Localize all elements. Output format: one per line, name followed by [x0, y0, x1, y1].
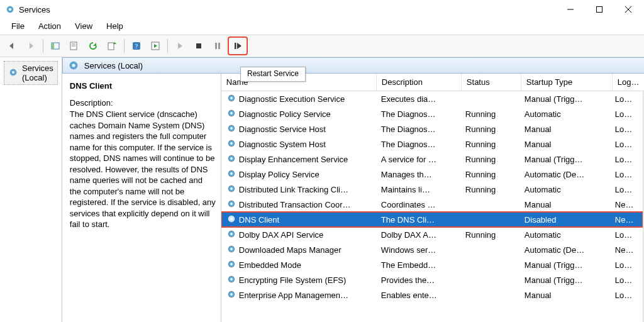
menu-action[interactable]: Action — [32, 20, 67, 32]
minimize-button[interactable] — [556, 0, 585, 19]
service-desc: The DNS Cli… — [376, 215, 460, 225]
maximize-button[interactable] — [585, 0, 614, 19]
gear-icon — [226, 153, 236, 165]
service-status: Running — [460, 230, 519, 240]
gear-icon — [226, 259, 236, 271]
service-name: Diagnostic Policy Service — [239, 109, 331, 119]
close-button[interactable] — [614, 0, 643, 19]
gear-icon — [68, 60, 79, 71]
svg-rect-11 — [108, 43, 114, 50]
refresh-button[interactable] — [84, 38, 102, 54]
gear-icon — [226, 138, 236, 150]
selected-service-name: DNS Client — [70, 81, 216, 91]
col-status[interactable]: Status — [462, 74, 521, 91]
menu-view[interactable]: View — [69, 20, 99, 32]
col-logon[interactable]: Log On As — [613, 74, 644, 91]
svg-point-24 — [230, 97, 233, 99]
svg-rect-18 — [235, 43, 236, 49]
gear-icon — [226, 184, 236, 196]
tree-item-services-local[interactable]: Services (Local) — [4, 61, 58, 85]
svg-point-42 — [230, 233, 233, 235]
table-row[interactable]: Diagnostic System HostThe Diagnos…Runnin… — [221, 136, 643, 152]
service-startup: Automatic — [519, 109, 610, 119]
svg-point-20 — [12, 71, 14, 74]
table-row[interactable]: Distributed Transaction Coor…Coordinates… — [221, 197, 643, 212]
service-startup: Manual (Trigg… — [519, 94, 610, 104]
svg-point-40 — [230, 218, 233, 220]
tree-item-label: Services (Local) — [22, 64, 53, 82]
gear-icon — [226, 108, 236, 120]
col-startup[interactable]: Startup Type — [521, 74, 613, 91]
table-row[interactable]: Display Policy ServiceManages th…Running… — [221, 167, 643, 182]
service-name: DNS Client — [239, 215, 279, 225]
svg-point-50 — [230, 293, 233, 296]
gear-icon — [226, 123, 236, 135]
service-logon: Lo… — [610, 275, 643, 285]
gear-icon — [226, 274, 236, 286]
table-row[interactable]: DNS ClientThe DNS Cli…DisabledNe… — [221, 212, 643, 227]
svg-point-22 — [72, 64, 75, 67]
service-rows: Diagnostic Execution ServiceExecutes dia… — [221, 91, 643, 322]
svg-point-44 — [230, 248, 233, 250]
gear-icon — [226, 93, 236, 105]
svg-point-48 — [230, 278, 233, 280]
stop-service-button[interactable] — [190, 38, 208, 54]
table-row[interactable]: Embedded ModeThe Embedd…Manual (Trigg…Lo… — [221, 257, 643, 272]
help-button[interactable]: ? — [128, 38, 145, 54]
service-desc: The Diagnos… — [376, 125, 460, 134]
table-row[interactable]: Distributed Link Tracking Cli…Maintains … — [221, 182, 643, 197]
svg-rect-17 — [218, 43, 220, 49]
service-logon: Lo… — [610, 260, 643, 270]
export-list-button[interactable] — [103, 38, 121, 54]
pause-service-button[interactable] — [209, 38, 226, 54]
services-list: Name Description Status Startup Type Log… — [221, 74, 644, 322]
description-pane: DNS Client Description: The DNS Client s… — [62, 74, 221, 322]
service-desc: The Diagnos… — [376, 109, 460, 119]
service-desc: Windows ser… — [376, 245, 460, 255]
table-row[interactable]: Diagnostic Policy ServiceThe Diagnos…Run… — [221, 106, 643, 121]
service-desc: Coordinates … — [376, 200, 460, 209]
table-row[interactable]: Diagnostic Execution ServiceExecutes dia… — [221, 91, 643, 106]
service-logon: Lo… — [610, 291, 643, 300]
service-desc: Enables ente… — [376, 291, 460, 300]
action-button[interactable] — [147, 38, 164, 54]
service-startup: Manual — [519, 291, 610, 300]
show-hide-tree-button[interactable] — [47, 38, 64, 54]
menu-help[interactable]: Help — [100, 20, 130, 32]
table-row[interactable]: Dolby DAX API ServiceDolby DAX A…Running… — [221, 227, 643, 242]
svg-point-30 — [230, 142, 233, 145]
table-row[interactable]: Downloaded Maps ManagerWindows ser…Autom… — [221, 242, 643, 257]
service-startup: Disabled — [519, 215, 610, 225]
app-gear-icon — [5, 4, 15, 14]
col-description[interactable]: Description — [377, 74, 462, 91]
description-text: The DNS Client service (dnscache) caches… — [70, 109, 216, 230]
service-logon: Ne… — [610, 245, 643, 255]
service-desc: Executes dia… — [376, 94, 460, 104]
menu-file[interactable]: File — [5, 20, 31, 32]
svg-point-36 — [230, 187, 233, 190]
service-desc: Manages th… — [376, 170, 460, 179]
table-row[interactable]: Encrypting File System (EFS)Provides the… — [221, 272, 643, 287]
table-row[interactable]: Display Enhancement ServiceA service for… — [221, 152, 643, 167]
svg-rect-16 — [215, 43, 217, 49]
properties-button[interactable] — [65, 38, 83, 54]
service-logon: Lo… — [610, 170, 643, 179]
table-row[interactable]: Enterprise App Managemen…Enables ente…Ma… — [221, 287, 643, 303]
restart-service-button[interactable] — [228, 36, 248, 55]
forward-button[interactable] — [22, 38, 40, 54]
window-title: Services — [19, 5, 50, 14]
start-service-button[interactable] — [171, 38, 189, 54]
titlebar: Services — [0, 0, 644, 19]
gear-icon — [226, 199, 236, 211]
service-desc: The Embedd… — [376, 260, 460, 270]
service-desc: Maintains li… — [376, 185, 460, 194]
service-startup: Manual (Trigg… — [519, 260, 610, 270]
service-logon: Ne… — [610, 215, 643, 225]
service-logon: Lo… — [610, 109, 643, 119]
service-startup: Automatic — [519, 230, 610, 240]
svg-rect-15 — [196, 43, 201, 48]
back-button[interactable] — [3, 38, 21, 54]
service-startup: Automatic — [519, 185, 610, 194]
table-row[interactable]: Diagnostic Service HostThe Diagnos…Runni… — [221, 121, 643, 136]
service-logon: Lo… — [610, 155, 643, 164]
